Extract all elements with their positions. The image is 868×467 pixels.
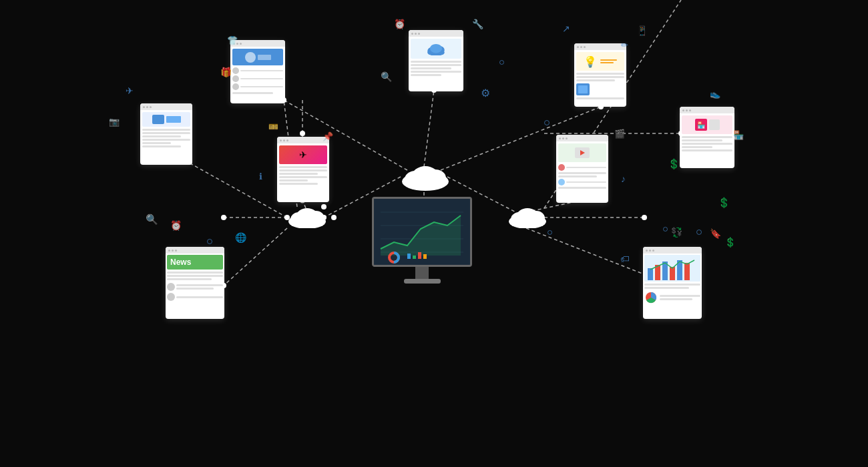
shirt-icon: 👕 [227,35,238,45]
svg-point-43 [296,208,318,224]
camera-icon: 📷 [109,117,120,127]
shoe-icon: 👟 [710,89,720,99]
card-profile [230,40,285,103]
svg-line-4 [424,90,434,167]
dollar-icon-2: 💲 [718,197,730,209]
tool-icon: 🔧 [472,19,483,29]
circle-dec-2 [499,60,504,65]
scene: ✈ News [0,0,868,467]
gear-icon: ⚙ [481,87,490,99]
search-icon-1: 🔍 [146,213,158,225]
svg-point-31 [642,215,647,220]
tag-icon-1: 🏷 [620,254,630,264]
card-social [140,103,192,165]
card-travel: ✈ [277,137,329,202]
svg-point-63 [430,44,442,53]
svg-rect-58 [418,252,421,259]
exchange-icon: 💱 [671,227,682,238]
store-icon: 🏪 [733,130,744,140]
svg-point-47 [517,208,538,224]
circle-dec-6 [663,227,668,231]
music-icon: ♪ [621,173,626,184]
airplane-icon: ✈ [126,85,134,96]
svg-rect-65 [648,268,653,280]
card-news: News [166,247,224,319]
card-video [556,135,608,203]
clock-icon-2: ⏰ [394,19,405,29]
clock-icon-1: ⏰ [170,220,182,231]
dollar-icon-3: 💲 [724,237,736,248]
info-icon: ℹ [259,171,262,181]
monitor [372,197,472,284]
svg-rect-57 [413,256,416,259]
card-ideas: 💡 [574,43,626,107]
svg-rect-70 [684,263,690,280]
cloud-center [399,158,452,194]
bookmark-icon: 🔖 [710,228,721,239]
cloud-left [286,201,329,231]
cloud-right [506,201,550,231]
arrow-icon: ↗ [562,23,570,34]
svg-point-39 [412,166,439,186]
svg-rect-68 [670,267,675,280]
ticket-icon: 🎫 [268,122,278,131]
svg-rect-56 [407,254,411,259]
svg-point-35 [331,215,337,220]
svg-line-10 [224,228,287,286]
circle-dec-3 [548,230,552,235]
svg-rect-59 [423,254,427,259]
circle-dec-4 [544,120,550,125]
film-icon: 🎬 [614,129,625,139]
circle-dec-5 [696,229,702,235]
svg-point-32 [300,131,305,136]
circle-dec-1 [207,239,212,244]
pencil-icon: ✏ [621,40,628,50]
svg-point-29 [221,215,226,220]
globe-icon: 🌐 [235,232,246,243]
dollar-icon-1: 💲 [668,158,680,170]
mobile-icon: 📱 [636,25,648,36]
card-analytics [643,247,702,319]
svg-line-7 [190,163,287,217]
search-icon-2: 🔍 [381,71,392,82]
gift-icon: 🎁 [220,67,232,77]
card-shop: 🏪 [680,107,734,168]
news-label: News [170,258,191,267]
card-cloud-storage [409,30,463,91]
pin-icon: 📌 [322,131,333,141]
